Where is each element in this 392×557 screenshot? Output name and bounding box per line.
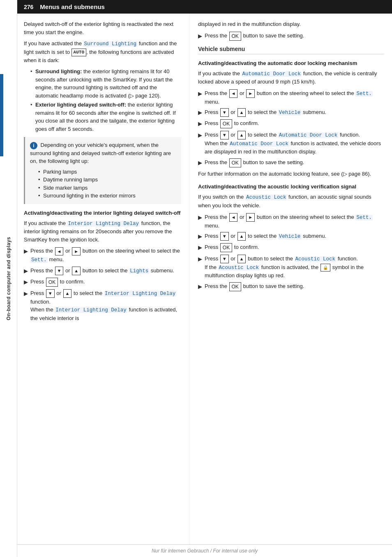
- step-arrow-3: ▶: [24, 278, 28, 286]
- info-sub-list: Parking lamps Daytime running lamps Side…: [38, 168, 176, 200]
- step-1: ▶ Press the ◄ or ► button on the steerin…: [24, 247, 181, 264]
- step-arrow-1: ▶: [24, 247, 28, 255]
- up-btn-a2: ▲: [238, 232, 246, 241]
- section1-header: Activating/deactivating the interior lig…: [24, 210, 181, 216]
- down-btn-a2: ▼: [220, 232, 229, 241]
- step-text-ok1: Press the OK button to save the setting.: [205, 32, 384, 41]
- bullet-item-exterior: Exterior lighting delayed switch-off: th…: [30, 101, 181, 133]
- vehicle-link-r2: Vehicle: [278, 110, 302, 116]
- down-btn-2: ▼: [55, 267, 64, 275]
- press-ok-save-r: ▶ Press the OK button to save the settin…: [198, 158, 384, 167]
- down-btn-a4: ▼: [220, 255, 229, 263]
- acoustic-intro: If you switch on the Acoustic Lock funct…: [198, 193, 384, 209]
- step-arrow-r1: ▶: [198, 90, 202, 98]
- content-columns: Delayed switch-off of the exterior light…: [17, 14, 392, 544]
- up-btn-a4: ▲: [238, 255, 246, 263]
- info-item-3: Side marker lamps: [38, 184, 176, 192]
- continued-text: displayed in red in the multifunction di…: [198, 20, 384, 28]
- step-4: ▶ Press ▼ or ▲ to select the Interior Li…: [24, 289, 181, 323]
- acoustic-lock-activated: Acoustic Lock: [218, 265, 260, 271]
- right-btn-1: ►: [72, 247, 81, 256]
- bullet-list: Surround lighting: the exterior lighting…: [30, 67, 181, 133]
- step-text-a1: Press the ◄ or ► button on the steering …: [205, 213, 384, 230]
- step-arrow-r4: ▶: [198, 131, 202, 139]
- step-text-3: Press OK to confirm.: [30, 278, 181, 287]
- step-a2: ▶ Press ▼ or ▲ to select the Vehicle sub…: [198, 232, 384, 241]
- interior-lighting-delay-link: Interior Lighting Delay: [67, 221, 140, 227]
- lock-symbol: 🔒: [321, 264, 330, 272]
- left-btn-r1: ◄: [229, 89, 238, 98]
- left-btn-1: ◄: [55, 247, 64, 256]
- step-2: ▶ Press the ▼ or ▲ button to select the …: [24, 267, 181, 275]
- auto-door-intro: If you activate the Automatic Door Lock …: [198, 70, 384, 86]
- page-title: Menus and submenus: [40, 3, 105, 10]
- info-item-4: Surround lighting in the exterior mirror…: [38, 192, 176, 200]
- sett-menu-a1: Sett.: [355, 215, 373, 220]
- sett-menu-r1: Sett.: [355, 91, 373, 97]
- step-text-oka: Press the OK button to save the setting.: [205, 282, 384, 291]
- step-arrow-r3: ▶: [198, 120, 202, 128]
- further-info: For further information on the automatic…: [198, 170, 384, 178]
- acoustic-lock-link: Acoustic Lock: [245, 195, 287, 200]
- info-item-1: Parking lamps: [38, 168, 176, 176]
- step-text-okr: Press the OK button to save the setting.: [205, 158, 384, 167]
- page-container: On-board computer and displays 276 Menus…: [0, 0, 392, 557]
- step-a4: ▶ Press ▼ or ▲ button to select the Acou…: [198, 255, 384, 280]
- step-text-1: Press the ◄ or ► button on the steering …: [30, 247, 181, 264]
- step-text-a3: Press OK to confirm.: [205, 243, 384, 252]
- acoustic-header: Activating/deactivating the acoustic loc…: [198, 183, 384, 190]
- interior-lighting-delay-func: Interior Lighting Delay: [104, 291, 177, 297]
- sidebar-label: On-board computer and displays: [6, 237, 12, 320]
- step-arrow-2: ▶: [24, 267, 28, 275]
- press-ok-save-a: ▶ Press the OK button to save the settin…: [198, 282, 384, 291]
- surround-intro: If you have activated the Surround Light…: [24, 39, 181, 64]
- down-btn-r2: ▼: [220, 108, 229, 117]
- step-arrow-4: ▶: [24, 290, 28, 298]
- ok-btn-3: OK: [46, 278, 58, 287]
- main-content: 276 Menus and submenus Delayed switch-of…: [17, 0, 392, 557]
- surround-lighting-link: Surround Lighting: [83, 41, 138, 47]
- auto-door-header: Activating/deactivating the automatic do…: [198, 60, 384, 66]
- interior-lighting-delay-when: Interior Lighting Delay: [55, 307, 127, 313]
- step-arrow-r2: ▶: [198, 109, 202, 117]
- acoustic-lock-func: Acoustic Lock: [295, 256, 337, 262]
- down-btn-4: ▼: [46, 289, 55, 298]
- sidebar: On-board computer and displays: [0, 0, 17, 557]
- step-text-2: Press the ▼ or ▲ button to select the Li…: [30, 267, 181, 275]
- press-ok-save-1: ▶ Press the OK button to save the settin…: [198, 32, 384, 41]
- vehicle-link-a2: Vehicle: [278, 234, 302, 239]
- up-btn-4: ▲: [63, 289, 72, 298]
- step-r2: ▶ Press ▼ or ▲ to select the Vehicle sub…: [198, 108, 384, 117]
- lights-link: Lights: [129, 268, 149, 274]
- step-arrow-a2: ▶: [198, 232, 202, 241]
- sett-menu-1: Sett.: [30, 257, 48, 263]
- left-column: Delayed switch-off of the exterior light…: [17, 14, 190, 544]
- step-r1: ▶ Press the ◄ or ► button on the steerin…: [198, 89, 384, 106]
- step-a3: ▶ Press OK to confirm.: [198, 243, 384, 252]
- up-btn-2: ▲: [72, 267, 81, 275]
- step-text-r2: Press ▼ or ▲ to select the Vehicle subme…: [205, 108, 384, 117]
- footer-text: Nur für internen Gebrauch / For internal…: [152, 548, 258, 554]
- ok-btn-r3: OK: [220, 119, 232, 128]
- auto-door-lock-func: Automatic Door Lock: [278, 132, 339, 138]
- ok-btn-save1: OK: [229, 32, 241, 41]
- up-btn-r4: ▲: [238, 131, 246, 139]
- right-column: displayed in red in the multifunction di…: [190, 14, 392, 544]
- left-btn-a1: ◄: [229, 213, 238, 222]
- page-number: 276: [24, 4, 33, 10]
- auto-door-lock-when: Automatic Door Lock: [229, 141, 289, 147]
- ok-btn-savea: OK: [229, 282, 241, 291]
- sidebar-blue-bar: [0, 74, 3, 156]
- step-3: ▶ Press OK to confirm.: [24, 278, 181, 287]
- step-r4: ▶ Press ▼ or ▲ to select the Automatic D…: [198, 131, 384, 156]
- right-btn-a1: ►: [246, 213, 255, 222]
- ok-btn-a3: OK: [220, 243, 232, 252]
- step-arrow-a3: ▶: [198, 244, 202, 252]
- page-footer: Nur für internen Gebrauch / For internal…: [17, 544, 392, 557]
- step-arrow-a1: ▶: [198, 214, 202, 222]
- step-a1: ▶ Press the ◄ or ► button on the steerin…: [198, 213, 384, 230]
- step-text-r4: Press ▼ or ▲ to select the Automatic Doo…: [205, 131, 384, 156]
- step-arrow-oka: ▶: [198, 283, 202, 291]
- step-text-a4: Press ▼ or ▲ button to select the Acoust…: [205, 255, 384, 280]
- info-box: i Depending on your vehicle's equipment,…: [24, 137, 181, 204]
